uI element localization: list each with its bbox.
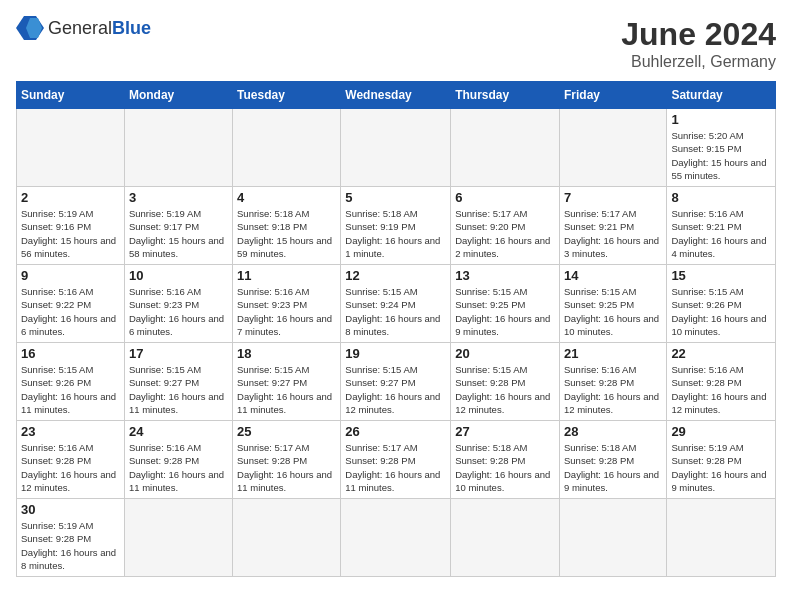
calendar-title: June 2024 — [621, 16, 776, 53]
day-number: 28 — [564, 424, 662, 439]
week-row-6: 30Sunrise: 5:19 AM Sunset: 9:28 PM Dayli… — [17, 499, 776, 577]
calendar-cell — [341, 499, 451, 577]
logo-text: GeneralBlue — [48, 18, 151, 39]
calendar-cell: 13Sunrise: 5:15 AM Sunset: 9:25 PM Dayli… — [451, 265, 560, 343]
day-header-saturday: Saturday — [667, 82, 776, 109]
day-info: Sunrise: 5:17 AM Sunset: 9:28 PM Dayligh… — [237, 441, 336, 494]
calendar-cell: 19Sunrise: 5:15 AM Sunset: 9:27 PM Dayli… — [341, 343, 451, 421]
day-header-row: SundayMondayTuesdayWednesdayThursdayFrid… — [17, 82, 776, 109]
calendar-cell — [667, 499, 776, 577]
day-number: 9 — [21, 268, 120, 283]
day-header-sunday: Sunday — [17, 82, 125, 109]
day-number: 17 — [129, 346, 228, 361]
day-number: 24 — [129, 424, 228, 439]
calendar-cell: 11Sunrise: 5:16 AM Sunset: 9:23 PM Dayli… — [233, 265, 341, 343]
day-info: Sunrise: 5:17 AM Sunset: 9:28 PM Dayligh… — [345, 441, 446, 494]
calendar-cell: 25Sunrise: 5:17 AM Sunset: 9:28 PM Dayli… — [233, 421, 341, 499]
calendar-cell: 16Sunrise: 5:15 AM Sunset: 9:26 PM Dayli… — [17, 343, 125, 421]
day-number: 22 — [671, 346, 771, 361]
day-info: Sunrise: 5:16 AM Sunset: 9:28 PM Dayligh… — [671, 363, 771, 416]
calendar-cell — [451, 499, 560, 577]
calendar-cell: 21Sunrise: 5:16 AM Sunset: 9:28 PM Dayli… — [559, 343, 666, 421]
day-info: Sunrise: 5:18 AM Sunset: 9:28 PM Dayligh… — [564, 441, 662, 494]
calendar-cell: 27Sunrise: 5:18 AM Sunset: 9:28 PM Dayli… — [451, 421, 560, 499]
day-info: Sunrise: 5:15 AM Sunset: 9:26 PM Dayligh… — [21, 363, 120, 416]
day-info: Sunrise: 5:15 AM Sunset: 9:27 PM Dayligh… — [129, 363, 228, 416]
day-info: Sunrise: 5:16 AM Sunset: 9:23 PM Dayligh… — [237, 285, 336, 338]
calendar-cell: 3Sunrise: 5:19 AM Sunset: 9:17 PM Daylig… — [124, 187, 232, 265]
day-number: 26 — [345, 424, 446, 439]
day-number: 19 — [345, 346, 446, 361]
day-number: 21 — [564, 346, 662, 361]
calendar-cell: 23Sunrise: 5:16 AM Sunset: 9:28 PM Dayli… — [17, 421, 125, 499]
day-number: 20 — [455, 346, 555, 361]
day-number: 10 — [129, 268, 228, 283]
day-info: Sunrise: 5:15 AM Sunset: 9:25 PM Dayligh… — [564, 285, 662, 338]
day-header-tuesday: Tuesday — [233, 82, 341, 109]
calendar-cell — [559, 499, 666, 577]
calendar-cell — [341, 109, 451, 187]
week-row-2: 2Sunrise: 5:19 AM Sunset: 9:16 PM Daylig… — [17, 187, 776, 265]
day-number: 18 — [237, 346, 336, 361]
day-info: Sunrise: 5:16 AM Sunset: 9:22 PM Dayligh… — [21, 285, 120, 338]
calendar-cell: 17Sunrise: 5:15 AM Sunset: 9:27 PM Dayli… — [124, 343, 232, 421]
day-info: Sunrise: 5:18 AM Sunset: 9:18 PM Dayligh… — [237, 207, 336, 260]
week-row-5: 23Sunrise: 5:16 AM Sunset: 9:28 PM Dayli… — [17, 421, 776, 499]
day-info: Sunrise: 5:16 AM Sunset: 9:28 PM Dayligh… — [129, 441, 228, 494]
calendar-cell: 29Sunrise: 5:19 AM Sunset: 9:28 PM Dayli… — [667, 421, 776, 499]
calendar-cell — [451, 109, 560, 187]
day-header-thursday: Thursday — [451, 82, 560, 109]
calendar-cell: 14Sunrise: 5:15 AM Sunset: 9:25 PM Dayli… — [559, 265, 666, 343]
logo-icon — [16, 16, 44, 40]
day-info: Sunrise: 5:15 AM Sunset: 9:27 PM Dayligh… — [237, 363, 336, 416]
calendar-cell: 2Sunrise: 5:19 AM Sunset: 9:16 PM Daylig… — [17, 187, 125, 265]
calendar-cell: 20Sunrise: 5:15 AM Sunset: 9:28 PM Dayli… — [451, 343, 560, 421]
header: GeneralBlue June 2024 Buhlerzell, German… — [16, 16, 776, 71]
week-row-3: 9Sunrise: 5:16 AM Sunset: 9:22 PM Daylig… — [17, 265, 776, 343]
day-info: Sunrise: 5:19 AM Sunset: 9:28 PM Dayligh… — [21, 519, 120, 572]
day-number: 14 — [564, 268, 662, 283]
calendar-cell: 7Sunrise: 5:17 AM Sunset: 9:21 PM Daylig… — [559, 187, 666, 265]
calendar-cell — [17, 109, 125, 187]
day-number: 8 — [671, 190, 771, 205]
day-info: Sunrise: 5:16 AM Sunset: 9:23 PM Dayligh… — [129, 285, 228, 338]
day-number: 13 — [455, 268, 555, 283]
calendar-cell: 28Sunrise: 5:18 AM Sunset: 9:28 PM Dayli… — [559, 421, 666, 499]
day-header-monday: Monday — [124, 82, 232, 109]
calendar-cell: 5Sunrise: 5:18 AM Sunset: 9:19 PM Daylig… — [341, 187, 451, 265]
day-number: 5 — [345, 190, 446, 205]
day-number: 2 — [21, 190, 120, 205]
calendar-cell: 1Sunrise: 5:20 AM Sunset: 9:15 PM Daylig… — [667, 109, 776, 187]
day-number: 30 — [21, 502, 120, 517]
day-number: 1 — [671, 112, 771, 127]
calendar-cell: 8Sunrise: 5:16 AM Sunset: 9:21 PM Daylig… — [667, 187, 776, 265]
day-info: Sunrise: 5:19 AM Sunset: 9:17 PM Dayligh… — [129, 207, 228, 260]
day-info: Sunrise: 5:17 AM Sunset: 9:20 PM Dayligh… — [455, 207, 555, 260]
calendar-cell: 15Sunrise: 5:15 AM Sunset: 9:26 PM Dayli… — [667, 265, 776, 343]
calendar-cell: 18Sunrise: 5:15 AM Sunset: 9:27 PM Dayli… — [233, 343, 341, 421]
day-info: Sunrise: 5:15 AM Sunset: 9:26 PM Dayligh… — [671, 285, 771, 338]
day-info: Sunrise: 5:15 AM Sunset: 9:27 PM Dayligh… — [345, 363, 446, 416]
day-number: 4 — [237, 190, 336, 205]
day-number: 27 — [455, 424, 555, 439]
day-number: 25 — [237, 424, 336, 439]
calendar-cell — [124, 109, 232, 187]
calendar-cell: 10Sunrise: 5:16 AM Sunset: 9:23 PM Dayli… — [124, 265, 232, 343]
day-number: 12 — [345, 268, 446, 283]
day-number: 11 — [237, 268, 336, 283]
calendar-table: SundayMondayTuesdayWednesdayThursdayFrid… — [16, 81, 776, 577]
day-info: Sunrise: 5:16 AM Sunset: 9:21 PM Dayligh… — [671, 207, 771, 260]
day-number: 16 — [21, 346, 120, 361]
day-header-wednesday: Wednesday — [341, 82, 451, 109]
calendar-cell — [559, 109, 666, 187]
day-info: Sunrise: 5:15 AM Sunset: 9:28 PM Dayligh… — [455, 363, 555, 416]
calendar-cell — [233, 109, 341, 187]
day-number: 6 — [455, 190, 555, 205]
calendar-cell: 22Sunrise: 5:16 AM Sunset: 9:28 PM Dayli… — [667, 343, 776, 421]
week-row-4: 16Sunrise: 5:15 AM Sunset: 9:26 PM Dayli… — [17, 343, 776, 421]
calendar-cell: 4Sunrise: 5:18 AM Sunset: 9:18 PM Daylig… — [233, 187, 341, 265]
calendar-cell: 12Sunrise: 5:15 AM Sunset: 9:24 PM Dayli… — [341, 265, 451, 343]
day-number: 3 — [129, 190, 228, 205]
calendar-cell: 26Sunrise: 5:17 AM Sunset: 9:28 PM Dayli… — [341, 421, 451, 499]
calendar-cell: 30Sunrise: 5:19 AM Sunset: 9:28 PM Dayli… — [17, 499, 125, 577]
